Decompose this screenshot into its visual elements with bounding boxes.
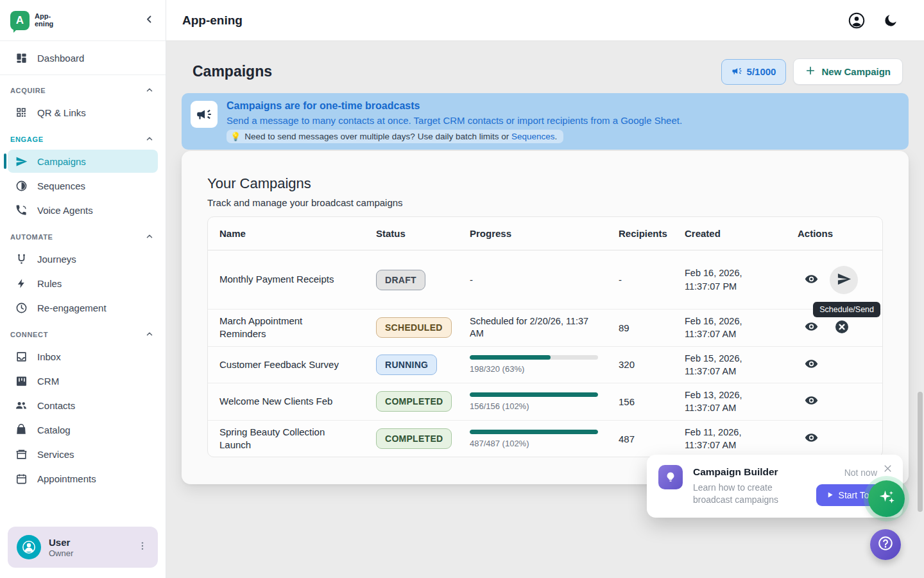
sidebar-item-sequences[interactable]: Sequences (8, 174, 158, 197)
dots-vertical-icon[interactable] (133, 537, 151, 557)
ai-assistant-button[interactable] (868, 480, 905, 517)
banner-tip-text: Need to send messages over multiple days… (244, 132, 557, 141)
app-logo[interactable]: A App-ening (10, 11, 53, 30)
sidebar-item-label: Services (37, 449, 74, 460)
sidebar-logo-row: A App-ening (0, 0, 166, 41)
table-row: Welcome New Clients Feb COMPLETED 156/15… (208, 383, 882, 421)
card-subtitle: Track and manage your broadcast campaign… (207, 197, 883, 208)
sidebar-item-crm[interactable]: CRM (8, 369, 158, 392)
banner-subtitle: Send a message to many contacts at once.… (227, 115, 900, 126)
lightbulb-emoji-icon: 💡 (230, 132, 241, 141)
sidebar-item-label: Inbox (37, 351, 61, 362)
sidebar-item-label: Rules (37, 278, 62, 289)
created-cell: Feb 11, 2026, 11:37:07 AM (673, 421, 751, 457)
section-acquire[interactable]: ACQUIRE (0, 76, 166, 100)
column-header-created: Created (673, 223, 786, 244)
not-now-button[interactable]: Not now (844, 468, 877, 478)
campaign-name: Spring Beauty Collection Launch (219, 426, 340, 452)
status-badge: SCHEDULED (376, 317, 452, 338)
shopping-bag-icon (14, 424, 28, 435)
phone-icon (14, 204, 28, 216)
section-engage[interactable]: ENGAGE (0, 125, 166, 148)
sidebar-item-re-engagement[interactable]: Re-engagement (8, 296, 158, 319)
sidebar-item-appointments[interactable]: Appointments (8, 467, 158, 490)
progress-cell: 156/156 (102%) (470, 392, 598, 411)
sidebar-item-services[interactable]: Services (8, 442, 158, 466)
card-title: Your Campaigns (207, 175, 883, 192)
progress-bar (470, 430, 598, 434)
chevron-up-icon (145, 232, 154, 242)
user-card[interactable]: User Owner (8, 527, 158, 568)
sidebar-item-label: CRM (37, 376, 59, 387)
created-cell: Feb 16, 2026, 11:37:07 AM (673, 310, 751, 346)
cancel-button[interactable] (830, 315, 854, 340)
progress-bar (470, 355, 598, 360)
sidebar-item-campaigns[interactable]: Campaigns (8, 150, 158, 173)
sidebar-item-label: Journeys (37, 254, 76, 265)
dark-mode-moon-icon[interactable] (883, 13, 898, 28)
sidebar-collapse-button[interactable] (144, 13, 155, 28)
status-badge: DRAFT (376, 270, 425, 290)
help-button[interactable] (870, 529, 901, 560)
new-campaign-button[interactable]: New Campaign (793, 58, 903, 85)
page-scrollbar[interactable] (918, 392, 923, 512)
column-header-status: Status (364, 223, 458, 244)
info-banner: Campaigns are for one-time broadcasts Se… (182, 93, 909, 150)
view-button[interactable] (799, 426, 823, 451)
popup-description: Learn how to create broadcast campaigns (693, 482, 796, 506)
sidebar-item-inbox[interactable]: Inbox (8, 345, 158, 368)
sidebar-item-dashboard[interactable]: Dashboard (8, 46, 158, 69)
campaigns-table: Name Status Progress Recipients Created … (207, 216, 883, 457)
status-badge: RUNNING (376, 355, 437, 375)
topbar: App-ening (166, 0, 924, 41)
sidebar-item-catalog[interactable]: Catalog (8, 418, 158, 441)
recipients-cell: 487 (607, 428, 673, 450)
status-badge: COMPLETED (376, 391, 452, 412)
question-circle-icon (877, 535, 894, 554)
sidebar-user-dock: User Owner (0, 516, 166, 578)
sidebar-item-voice-agents[interactable]: Voice Agents (8, 198, 158, 222)
sidebar-item-qr-links[interactable]: QR & Links (8, 101, 158, 124)
view-button[interactable] (799, 268, 823, 292)
sidebar-item-contacts[interactable]: Contacts (8, 394, 158, 417)
view-button[interactable] (799, 315, 823, 340)
account-icon[interactable] (848, 12, 865, 29)
user-meta: User Owner (49, 537, 126, 558)
bolt-icon (14, 278, 28, 289)
campaign-builder-popup: Campaign Builder Learn how to create bro… (647, 455, 903, 518)
campaign-name: Customer Feedback Survey (219, 358, 339, 371)
progress-cell: Scheduled for 2/20/26, 11:37 AM (470, 315, 601, 340)
page-title: Campaigns (193, 63, 272, 80)
storefront-icon (14, 448, 28, 460)
qr-code-icon (14, 107, 28, 118)
recipients-cell: 156 (607, 391, 673, 412)
calendar-icon (14, 473, 28, 485)
view-button[interactable] (799, 353, 823, 377)
eye-icon (804, 319, 819, 336)
sidebar-item-journeys[interactable]: Journeys (8, 247, 158, 270)
progress-cell: 487/487 (102%) (470, 430, 598, 448)
megaphone-icon (732, 66, 742, 78)
campaign-quota-badge[interactable]: 5/1000 (721, 59, 787, 85)
sidebar-item-label: Contacts (37, 400, 75, 411)
campaign-name: Monthly Payment Receipts (219, 273, 334, 286)
send-icon (837, 272, 851, 288)
chevron-up-icon (145, 85, 154, 96)
user-avatar (17, 535, 41, 559)
section-automate[interactable]: AUTOMATE (0, 223, 166, 246)
close-icon[interactable] (880, 461, 895, 478)
popup-title: Campaign Builder (693, 466, 796, 478)
progress-label: 487/487 (102%) (470, 439, 598, 448)
sequences-link[interactable]: Sequences (511, 132, 555, 141)
schedule-send-button[interactable] (830, 266, 858, 294)
view-button[interactable] (799, 389, 823, 414)
chevron-up-icon (145, 329, 154, 340)
section-connect[interactable]: CONNECT (0, 320, 166, 344)
sparkles-icon (877, 488, 896, 510)
eye-icon (804, 272, 819, 288)
user-role: Owner (49, 548, 126, 558)
route-icon (14, 253, 28, 265)
banner-title: Campaigns are for one-time broadcasts (227, 100, 900, 112)
sidebar-item-rules[interactable]: Rules (8, 272, 158, 295)
eye-icon (804, 430, 819, 447)
